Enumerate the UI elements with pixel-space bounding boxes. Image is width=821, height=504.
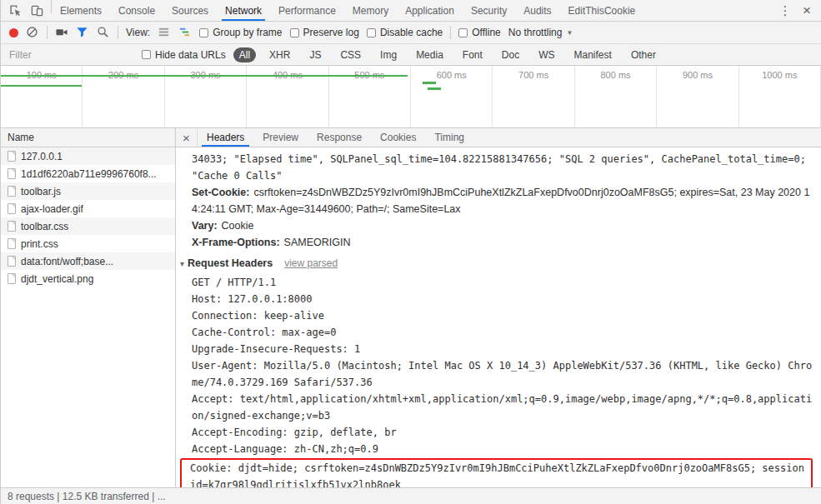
- request-headers-title: Request Headers: [188, 257, 273, 269]
- filter-input[interactable]: [9, 49, 134, 61]
- hide-data-urls-label: Hide data URLs: [155, 49, 226, 61]
- offline-label: Offline: [472, 27, 500, 38]
- devtools-close-icon[interactable]: ×: [796, 1, 818, 21]
- close-details-icon[interactable]: ×: [176, 128, 198, 147]
- tab-security[interactable]: Security: [463, 0, 515, 21]
- tab-elements[interactable]: Elements: [52, 0, 110, 21]
- filter-type-doc[interactable]: Doc: [496, 47, 525, 62]
- tab-sources[interactable]: Sources: [163, 0, 217, 21]
- request-row[interactable]: 1d1df6220ab711e9996760f8...: [1, 165, 175, 182]
- tab-application[interactable]: Application: [397, 0, 463, 21]
- tab-console[interactable]: Console: [110, 0, 163, 21]
- filter-type-img[interactable]: Img: [374, 47, 403, 62]
- kebab-menu-icon[interactable]: ⋮: [774, 1, 796, 21]
- hide-data-urls-checkbox[interactable]: Hide data URLs: [142, 49, 226, 61]
- offline-checkbox[interactable]: Offline: [458, 27, 500, 38]
- detail-tab-cookies[interactable]: Cookies: [371, 128, 425, 147]
- network-overview-timeline[interactable]: 100 ms 200 ms 300 ms 400 ms 500 ms 600 m…: [1, 66, 821, 128]
- throttling-select[interactable]: No throttling ▼: [508, 27, 573, 38]
- tick-label: 900 ms: [683, 70, 713, 80]
- cookie-header-line: Cookie: djdt=hide; csrftoken=z4sDnWBZDz5…: [190, 460, 808, 487]
- header-value: SAMEORIGIN: [284, 237, 351, 248]
- response-header-continuation: 34033; "Elapsed time", SQLPanel_sql_time…: [192, 151, 813, 184]
- filter-type-all[interactable]: All: [233, 47, 256, 62]
- device-toolbar-icon: [31, 4, 43, 17]
- devtools-window-controls: ⋮ ×: [774, 0, 821, 21]
- tab-memory[interactable]: Memory: [344, 0, 397, 21]
- request-row[interactable]: djdt_vertical.png: [1, 270, 175, 287]
- filmstrip-capture-button[interactable]: [55, 26, 68, 39]
- preserve-log-checkbox[interactable]: Preserve log: [290, 27, 359, 38]
- inspect-tools: [1, 0, 51, 21]
- filter-type-js[interactable]: JS: [303, 47, 327, 62]
- tick-label: 700 ms: [518, 70, 548, 80]
- request-row[interactable]: toolbar.css: [1, 217, 175, 235]
- disable-cache-checkbox[interactable]: Disable cache: [367, 27, 443, 38]
- group-by-frame-checkbox[interactable]: Group by frame: [199, 27, 282, 38]
- toolbar-separator: [118, 26, 118, 39]
- raw-request-line: Host: 127.0.0.1:8000: [192, 291, 813, 307]
- disclosure-triangle-icon[interactable]: ▾: [180, 259, 184, 268]
- clear-icon: [26, 26, 38, 38]
- devtools-window: Elements Console Sources Network Perform…: [0, 0, 821, 504]
- tab-audits[interactable]: Audits: [515, 0, 559, 21]
- tab-network[interactable]: Network: [217, 0, 270, 21]
- filter-type-css[interactable]: CSS: [334, 47, 367, 62]
- detail-tab-timing[interactable]: Timing: [425, 128, 473, 147]
- filter-type-font[interactable]: Font: [457, 47, 488, 62]
- chevron-down-icon: ▼: [566, 29, 573, 37]
- list-rows-icon: [158, 26, 170, 38]
- request-row[interactable]: data:font/woff;base...: [1, 252, 175, 270]
- request-row[interactable]: 127.0.0.1: [1, 147, 175, 165]
- request-name: print.css: [21, 238, 58, 250]
- file-icon: [8, 273, 16, 284]
- network-main-area: Name 127.0.0.1 1d1df6220ab711e9996760f8.…: [1, 128, 821, 487]
- checkbox-icon: [458, 28, 468, 37]
- filter-type-media[interactable]: Media: [410, 47, 449, 62]
- toolbar-separator: [47, 26, 48, 39]
- inspect-element-button[interactable]: [4, 1, 26, 21]
- request-list: Name 127.0.0.1 1d1df6220ab711e9996760f8.…: [1, 128, 176, 487]
- header-value: Cookie: [222, 220, 254, 232]
- request-row[interactable]: toolbar.js: [1, 182, 175, 200]
- device-toolbar-button[interactable]: [26, 1, 48, 21]
- raw-request-line: Accept-Encoding: gzip, deflate, br: [192, 424, 813, 441]
- main-tab-bar: Elements Console Sources Network Perform…: [1, 0, 821, 22]
- search-button[interactable]: [97, 26, 110, 39]
- filter-toggle-button[interactable]: [76, 26, 89, 39]
- filter-type-ws[interactable]: WS: [533, 47, 560, 62]
- status-bar: 8 requests | 12.5 KB transferred | ...: [1, 487, 821, 504]
- overview-toggle[interactable]: [178, 26, 192, 39]
- request-headers-section: ▾ Request Headers view parsed: [180, 257, 813, 269]
- request-row[interactable]: print.css: [1, 235, 175, 252]
- request-name: 127.0.0.1: [21, 151, 63, 162]
- status-summary: 8 requests | 12.5 KB transferred | ...: [8, 491, 166, 502]
- filter-type-manifest[interactable]: Manifest: [568, 47, 618, 62]
- cookie-header-highlight: Cookie: djdt=hide; csrftoken=z4sDnWBZDz5…: [180, 458, 813, 487]
- request-row[interactable]: ajax-loader.gif: [1, 200, 175, 217]
- response-header-vary: Vary:Cookie: [192, 217, 813, 234]
- detail-tab-response[interactable]: Response: [308, 128, 371, 147]
- detail-tab-preview[interactable]: Preview: [253, 128, 308, 147]
- small-rows-toggle[interactable]: [158, 26, 171, 39]
- record-button[interactable]: [9, 28, 18, 37]
- checkbox-icon: [199, 28, 208, 37]
- camera-icon: [55, 26, 68, 38]
- raw-request-line: Accept-Language: zh-CN,zh;q=0.9: [192, 441, 813, 457]
- detail-tab-headers[interactable]: Headers: [198, 128, 253, 147]
- view-parsed-link[interactable]: view parsed: [284, 257, 338, 269]
- timeline-bar: [1, 85, 82, 87]
- name-column-header[interactable]: Name: [1, 128, 175, 147]
- raw-request-line: Upgrade-Insecure-Requests: 1: [192, 341, 813, 357]
- filter-type-xhr[interactable]: XHR: [263, 47, 296, 62]
- filter-type-other[interactable]: Other: [625, 47, 662, 62]
- tab-performance[interactable]: Performance: [270, 0, 344, 21]
- raw-request-line: User-Agent: Mozilla/5.0 (Macintosh; Inte…: [192, 357, 813, 391]
- file-icon: [8, 186, 16, 197]
- clear-log-button[interactable]: [26, 26, 39, 39]
- raw-request-line: Accept: text/html,application/xhtml+xml,…: [192, 391, 813, 424]
- tab-editthiscookie[interactable]: EditThisCookie: [560, 0, 644, 21]
- funnel-icon: [76, 26, 88, 38]
- header-name: Set-Cookie:: [192, 187, 249, 198]
- toolbar-separator: [450, 26, 451, 39]
